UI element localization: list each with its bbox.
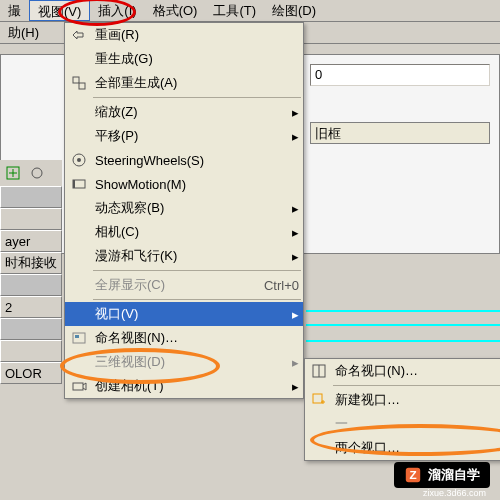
- menu-label: SteeringWheels(S): [95, 153, 299, 168]
- drawing-line: [306, 340, 500, 342]
- blank-icon: [309, 438, 329, 458]
- drawing-line: [306, 324, 500, 326]
- panel-row[interactable]: 时和接收: [0, 252, 62, 274]
- menu-item-showmotion[interactable]: ShowMotion(M): [65, 172, 303, 196]
- menu-label: 全部重生成(A): [95, 74, 299, 92]
- chevron-right-icon: ▸: [292, 379, 299, 394]
- chevron-right-icon: ▸: [292, 201, 299, 216]
- toolbar: [0, 160, 62, 186]
- menu-item-fullscreen[interactable]: 全屏显示(C) Ctrl+0: [65, 273, 303, 297]
- menu-label: 创建相机(T): [95, 377, 292, 395]
- svg-rect-5: [79, 83, 85, 89]
- left-panel: ayer 时和接收 2 OLOR: [0, 160, 62, 384]
- menu-label: 动态观察(B): [95, 199, 292, 217]
- menu-item-named-views[interactable]: 命名视图(N)…: [65, 326, 303, 350]
- menu-label: 缩放(Z): [95, 103, 292, 121]
- panel-row[interactable]: 2: [0, 296, 62, 318]
- menu-help[interactable]: 助(H): [0, 22, 47, 43]
- panel-row: [0, 186, 62, 208]
- camera-icon: [69, 376, 89, 396]
- view-dropdown: 重画(R) 重生成(G) 全部重生成(A) 缩放(Z) ▸ 平移(P) ▸ St…: [64, 22, 304, 399]
- blank-icon: [69, 198, 89, 218]
- regen-all-icon: [69, 73, 89, 93]
- menu-item-regen-all[interactable]: 全部重生成(A): [65, 71, 303, 95]
- watermark: Z 溜溜自学: [394, 462, 490, 488]
- svg-point-7: [77, 158, 81, 162]
- svg-point-3: [32, 168, 42, 178]
- svg-rect-11: [75, 335, 79, 338]
- menu-item-zoom[interactable]: 缩放(Z) ▸: [65, 100, 303, 124]
- blank-icon: [69, 246, 89, 266]
- drawing-line: [306, 310, 500, 312]
- panel-row: [0, 208, 62, 230]
- menu-label: ShowMotion(M): [95, 177, 299, 192]
- menu-separator: [93, 299, 301, 300]
- blank-icon: [69, 352, 89, 372]
- menu-label: 一: [335, 415, 499, 433]
- chevron-right-icon: ▸: [292, 355, 299, 370]
- named-viewport-icon: [309, 361, 329, 381]
- menu-item-regen[interactable]: 重生成(G): [65, 47, 303, 71]
- toolbar-button[interactable]: [2, 162, 24, 184]
- menu-format[interactable]: 格式(O): [145, 0, 206, 21]
- menu-separator: [333, 385, 500, 386]
- input-field-2[interactable]: 旧框: [310, 122, 490, 144]
- chevron-right-icon: ▸: [292, 105, 299, 120]
- blank-icon: [69, 49, 89, 69]
- menu-label: 新建视口…: [335, 391, 499, 409]
- new-viewport-icon: [309, 390, 329, 410]
- chevron-right-icon: ▸: [292, 225, 299, 240]
- blank-icon: [69, 222, 89, 242]
- blank-icon: [69, 304, 89, 324]
- input-field-1[interactable]: 0: [310, 64, 490, 86]
- panel-row: [0, 274, 62, 296]
- watermark-text: 溜溜自学: [428, 466, 480, 484]
- watermark-logo-icon: Z: [404, 466, 422, 484]
- submenu-item-one[interactable]: 一: [305, 412, 500, 436]
- panel-row-layer[interactable]: ayer: [0, 230, 62, 252]
- menu-item-pan[interactable]: 平移(P) ▸: [65, 124, 303, 148]
- menu-tools[interactable]: 工具(T): [205, 0, 264, 21]
- menu-label: 相机(C): [95, 223, 292, 241]
- menu-view[interactable]: 视图(V): [29, 0, 90, 21]
- svg-rect-15: [313, 394, 322, 403]
- menu-item-viewport[interactable]: 视口(V) ▸: [65, 302, 303, 326]
- menu-draw[interactable]: 绘图(D): [264, 0, 324, 21]
- menu-item-steeringwheels[interactable]: SteeringWheels(S): [65, 148, 303, 172]
- submenu-item-new-viewport[interactable]: 新建视口…: [305, 388, 500, 412]
- menu-item-redraw[interactable]: 重画(R): [65, 23, 303, 47]
- menu-edit[interactable]: 撮: [0, 0, 29, 21]
- svg-rect-12: [73, 383, 83, 390]
- menu-insert[interactable]: 插入(I): [90, 0, 144, 21]
- menu-label: 全屏显示(C): [95, 276, 244, 294]
- menu-item-orbit[interactable]: 动态观察(B) ▸: [65, 196, 303, 220]
- menu-separator: [93, 97, 301, 98]
- svg-text:Z: Z: [409, 468, 416, 481]
- chevron-right-icon: ▸: [292, 129, 299, 144]
- panel-row: [0, 318, 62, 340]
- named-view-icon: [69, 328, 89, 348]
- menu-separator: [93, 270, 301, 271]
- menubar: 撮 视图(V) 插入(I) 格式(O) 工具(T) 绘图(D): [0, 0, 500, 22]
- menu-item-3d-views[interactable]: 三维视图(D) ▸: [65, 350, 303, 374]
- menu-item-create-camera[interactable]: 创建相机(T) ▸: [65, 374, 303, 398]
- menu-item-camera[interactable]: 相机(C) ▸: [65, 220, 303, 244]
- motion-icon: [69, 174, 89, 194]
- blank-icon: [69, 275, 89, 295]
- blank-icon: [309, 414, 329, 434]
- submenu-item-two[interactable]: 两个视口…: [305, 436, 500, 460]
- chevron-right-icon: ▸: [292, 249, 299, 264]
- svg-rect-4: [73, 77, 79, 83]
- menu-shortcut: Ctrl+0: [264, 278, 299, 293]
- menu-item-walk-fly[interactable]: 漫游和飞行(K) ▸: [65, 244, 303, 268]
- menu-label: 命名视口(N)…: [335, 362, 499, 380]
- menu-label: 重画(R): [95, 26, 299, 44]
- viewport-submenu: 命名视口(N)… 新建视口… 一 两个视口…: [304, 358, 500, 461]
- menu-label: 视口(V): [95, 305, 292, 323]
- menu-label: 漫游和飞行(K): [95, 247, 292, 265]
- submenu-item-named-viewports[interactable]: 命名视口(N)…: [305, 359, 500, 383]
- blank-icon: [69, 126, 89, 146]
- toolbar-button[interactable]: [26, 162, 48, 184]
- svg-rect-9: [73, 180, 75, 188]
- panel-row-color[interactable]: OLOR: [0, 362, 62, 384]
